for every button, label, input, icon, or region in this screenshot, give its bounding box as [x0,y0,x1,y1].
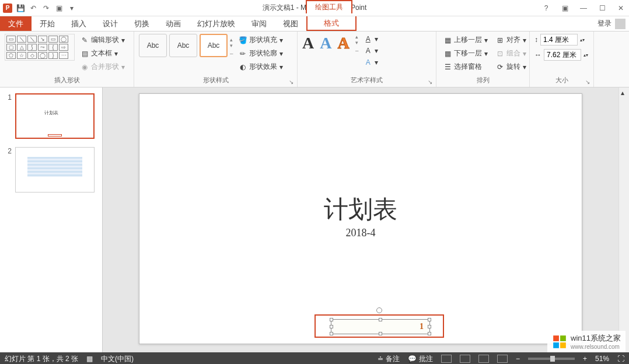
shape-callout-icon[interactable]: ◇ [27,52,37,59]
shape-arrow2-icon[interactable]: ⇨ [59,44,68,51]
rotate-handle-icon[interactable] [376,307,382,313]
style-preset-3[interactable]: Abc [200,34,228,57]
shape-poly-icon[interactable]: ⬠ [6,52,16,59]
shapes-gallery[interactable]: ▭ ＼ ＼ ↘ ▭ ◯ ▢ △ ⟆ ⤳ { ⇨ ⬠ ☆ ◇ ◯ } ⋯ [5,34,75,61]
zoom-out-icon[interactable]: − [516,355,520,363]
maximize-icon[interactable]: ☐ [596,2,608,14]
style-preset-2[interactable]: Abc [169,34,197,57]
size-launcher-icon[interactable]: ↘ [585,79,592,86]
vertical-scrollbar[interactable]: ▴ [618,88,629,352]
tab-animations[interactable]: 动画 [158,16,189,31]
resize-handle[interactable] [428,318,431,321]
wa-more-icon[interactable]: ⎯ [355,46,358,51]
wordart-gallery[interactable]: A A A ▴ ▾ ⎯ [302,34,358,52]
slide-counter[interactable]: 幻灯片 第 1 张，共 2 张 [5,354,78,364]
bring-forward-button[interactable]: ▦上移一层 ▾ [441,34,490,46]
wordart-launcher-icon[interactable]: ↘ [428,79,435,86]
tab-home[interactable]: 开始 [32,16,63,31]
rotate-button[interactable]: ⟳旋转 ▾ [494,61,529,73]
slide-subtitle-text[interactable]: 2018-4 [139,227,582,239]
save-icon[interactable]: 💾 [15,3,26,13]
shape-conn-icon[interactable]: ⤳ [38,44,47,51]
minimize-icon[interactable]: — [578,2,589,14]
scroll-up-icon[interactable]: ▴ [621,89,624,97]
spellcheck-icon[interactable]: ▦ [86,355,93,363]
spinner-icon[interactable]: ▴▾ [583,52,588,58]
sorter-view-icon[interactable] [460,355,470,363]
shape-brack-icon[interactable]: } [48,52,58,59]
group-button[interactable]: ⊡组合 ▾ [494,47,529,60]
tab-design[interactable]: 设计 [95,16,126,31]
tab-slideshow[interactable]: 幻灯片放映 [189,16,243,31]
zoom-slider[interactable] [528,358,575,360]
tab-view[interactable]: 视图 [275,16,306,31]
text-outline-button[interactable]: A▾ [362,46,380,56]
reading-view-icon[interactable] [478,355,489,363]
resize-handle[interactable] [379,332,382,335]
comments-button[interactable]: 💬 批注 [408,354,433,364]
send-backward-button[interactable]: ▦下移一层 ▾ [441,47,490,60]
shape-line-icon[interactable]: ＼ [17,36,26,43]
wordart-preset-3[interactable]: A [337,34,349,52]
shape-arrow-icon[interactable]: ↘ [38,36,47,43]
gallery-more-icon[interactable]: ⎯ [230,48,233,54]
slide-thumbnail-panel[interactable]: 1 计划表 2 [0,88,103,352]
height-input[interactable] [540,34,578,46]
slide-editing-area[interactable]: 计划表 2018-4 1 [103,88,618,352]
resize-handle[interactable] [330,325,333,328]
ribbon-options-icon[interactable]: ▣ [559,2,571,14]
slideshow-view-icon[interactable] [497,355,508,363]
shape-rect-icon[interactable]: ▭ [6,36,16,43]
text-fill-button[interactable]: A▾ [362,34,380,44]
shape-fill-button[interactable]: 🪣形状填充 ▾ [236,34,285,46]
qat-more-icon[interactable]: ▾ [67,3,77,13]
text-effects-button[interactable]: A▾ [362,57,380,68]
shape-curve-icon[interactable]: ⟆ [27,44,37,51]
slide-canvas[interactable]: 计划表 2018-4 1 [139,93,582,344]
spinner-icon[interactable]: ▴▾ [580,37,585,43]
user-avatar-icon[interactable] [615,19,625,29]
language-indicator[interactable]: 中文(中国) [101,354,134,364]
shape-roundrect-icon[interactable]: ▢ [6,44,16,51]
shape-outline-button[interactable]: ✏形状轮廓 ▾ [236,47,285,60]
fit-to-window-icon[interactable]: ⛶ [617,355,624,363]
shape-more-icon[interactable]: ⋯ [59,52,68,59]
align-button[interactable]: ⊞对齐 ▾ [494,34,529,46]
redo-icon[interactable]: ↷ [41,3,51,13]
slide-thumbnail-2[interactable] [15,147,95,192]
tab-insert[interactable]: 插入 [63,16,95,31]
style-preset-1[interactable]: Abc [139,34,167,57]
tab-review[interactable]: 审阅 [243,16,275,31]
shape-oval-icon[interactable]: ◯ [59,36,68,43]
close-icon[interactable]: ✕ [615,2,627,14]
text-box-button[interactable]: ▤文本框 ▾ [78,47,127,60]
start-slideshow-icon[interactable]: ▣ [54,3,64,13]
wa-down-icon[interactable]: ▾ [355,40,358,46]
zoom-level[interactable]: 51% [595,355,609,363]
zoom-knob[interactable] [550,356,555,362]
shape-rect2-icon[interactable]: ▭ [48,36,58,43]
resize-handle[interactable] [330,332,333,335]
wordart-preset-2[interactable]: A [320,34,331,52]
slide-thumbnail-1[interactable]: 计划表 [15,93,95,139]
wordart-preset-1[interactable]: A [302,34,314,52]
wa-up-icon[interactable]: ▴ [355,34,358,40]
shape-bubble-icon[interactable]: ◯ [38,52,47,59]
login-link[interactable]: 登录 [597,19,611,29]
selected-text-box[interactable]: 1 [331,319,430,334]
resize-handle[interactable] [330,318,333,321]
shape-effects-button[interactable]: ◐形状效果 ▾ [236,61,285,73]
gallery-down-icon[interactable]: ▾ [230,43,233,48]
normal-view-icon[interactable] [441,355,452,363]
merge-shapes-button[interactable]: ◉合并形状 ▾ [78,61,127,73]
tab-file[interactable]: 文件 [0,16,32,31]
width-input[interactable] [544,49,581,61]
gallery-up-icon[interactable]: ▴ [230,37,233,43]
selection-pane-button[interactable]: ☰选择窗格 [441,61,490,73]
shape-line2-icon[interactable]: ＼ [27,36,37,43]
zoom-in-icon[interactable]: + [583,355,587,363]
tab-format[interactable]: 格式 [316,19,347,27]
notes-button[interactable]: ≐ 备注 [378,354,400,364]
undo-icon[interactable]: ↶ [28,3,39,13]
resize-handle[interactable] [428,332,431,335]
